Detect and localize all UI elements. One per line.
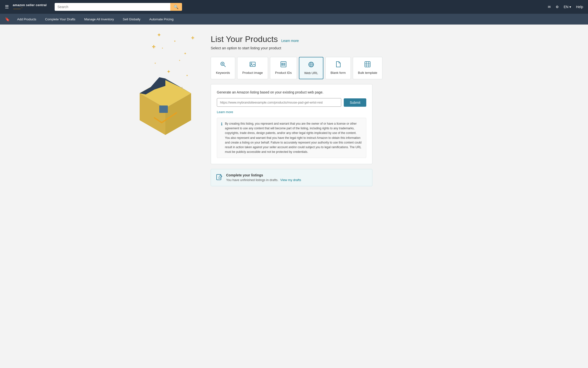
help-link[interactable]: Help [576,5,583,9]
legal-text: By creating this listing, you represent … [225,121,362,154]
option-card-web-url[interactable]: Web URL [299,57,323,79]
bookmark-icon: 🔖 [5,17,10,22]
drafts-body-text: You have unfinished listings in drafts. [226,178,278,182]
top-right-controls: ✉ ⚙ EN ▾ Help [548,5,583,9]
search-bar: 🔍 [55,3,182,11]
option-cards-container: Keywords Product image [211,57,441,79]
logo-text: amazon seller central [13,3,47,7]
page-title-row: List Your Products Learn more [211,34,441,44]
svg-line-7 [224,65,226,67]
drafts-notice: Complete your listings You have unfinish… [211,169,372,186]
blank-form-icon [335,61,341,69]
logo-smile-icon: ———⌒ [13,7,23,11]
sub-navigation-bar: 🔖 Add Products Complete Your Drafts Mana… [0,14,588,25]
keywords-label: Keywords [216,71,230,75]
drafts-body: You have unfinished listings in drafts. … [226,178,301,182]
web-url-icon [308,61,314,69]
amazon-box-illustration [137,64,194,137]
product-image-icon [249,61,256,69]
plus-decoration: ✚ [191,36,194,40]
drafts-text: Complete your listings You have unfinish… [226,173,301,182]
web-url-form-panel: Generate an Amazon listing based on your… [211,84,372,164]
main-content: List Your Products Learn more Select an … [201,25,446,196]
product-ids-icon [280,61,287,69]
page-subtitle: Select an option to start listing your p… [211,46,441,50]
language-label: EN [564,5,568,9]
language-selector[interactable]: EN ▾ [564,5,571,9]
product-image-label: Product image [242,71,263,75]
subnav-add-products[interactable]: Add Products [13,14,41,25]
top-navigation-bar: ☰ amazon seller central ———⌒ 🔍 ✉ ⚙ EN ▾ … [0,0,588,14]
svg-point-8 [222,63,223,65]
blank-form-label: Blank form [331,71,346,75]
amazon-logo[interactable]: amazon seller central ———⌒ [13,3,47,11]
search-icon: 🔍 [174,5,179,9]
plus-decoration: ✚ [152,44,156,50]
url-input[interactable]: https://www.mybrandsiteexample.com/produ… [217,98,341,107]
option-card-blank-form[interactable]: Blank form [325,57,351,79]
dot-decoration: ● [179,59,180,62]
subnav-complete-drafts[interactable]: Complete Your Drafts [41,14,80,25]
svg-rect-5 [159,105,168,113]
dot-decoration: ● [162,47,163,49]
dot-decoration: ● [174,39,176,43]
subnav-sell-globally[interactable]: Sell Globally [118,14,145,25]
web-url-label: Web URL [304,71,318,75]
bulk-template-icon [364,61,371,69]
settings-icon[interactable]: ⚙ [556,5,559,9]
search-input[interactable] [55,3,170,11]
sparkle-decoration: ✦ [184,52,187,55]
option-card-bulk-template[interactable]: Bulk template [353,57,382,79]
subnav-automate-pricing[interactable]: Automate Pricing [145,14,178,25]
svg-rect-23 [365,62,370,67]
option-card-product-ids[interactable]: Product IDs [270,57,297,79]
page-learn-more-link[interactable]: Learn more [281,39,299,43]
subnav-manage-inventory[interactable]: Manage All Inventory [80,14,118,25]
drafts-title: Complete your listings [226,173,301,177]
chevron-down-icon: ▾ [569,5,571,9]
sparkle-decoration: ✦ [157,32,161,38]
svg-point-10 [251,63,252,64]
option-card-product-image[interactable]: Product image [237,57,268,79]
svg-rect-9 [250,62,255,66]
mail-icon[interactable]: ✉ [548,5,551,9]
url-submit-row: https://www.mybrandsiteexample.com/produ… [217,98,366,107]
page-wrapper: ✦ ● ● ✦ ✚ ✚ ● ● ✦ ● ● [137,25,451,196]
form-learn-more-link[interactable]: Learn more [217,110,366,114]
product-ids-label: Product IDs [275,71,292,75]
option-card-keywords[interactable]: Keywords [211,57,235,79]
legal-notice: ℹ By creating this listing, you represen… [217,118,366,158]
keywords-icon [220,61,226,69]
submit-button[interactable]: Submit [344,98,366,107]
drafts-edit-icon [216,174,223,182]
decorative-left-panel: ✦ ● ● ✦ ✚ ✚ ● ● ✦ ● ● [142,25,201,196]
hamburger-menu-icon[interactable]: ☰ [5,4,9,10]
page-title: List Your Products [211,34,278,44]
info-icon: ℹ [221,122,222,154]
bulk-template-label: Bulk template [358,71,377,75]
search-button[interactable]: 🔍 [170,3,182,11]
view-drafts-link[interactable]: View my drafts [280,178,301,182]
form-description: Generate an Amazon listing based on your… [217,90,366,94]
